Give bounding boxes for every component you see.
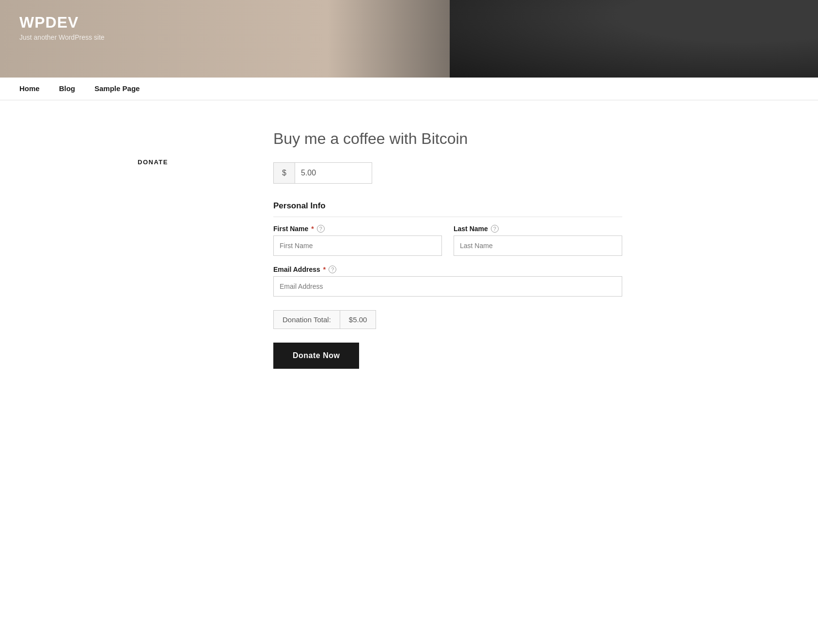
last-name-group: Last Name ? — [454, 225, 622, 256]
email-group: Email Address * ? — [273, 266, 622, 297]
last-name-input[interactable] — [454, 236, 622, 256]
nav-link-sample-page[interactable]: Sample Page — [94, 84, 140, 93]
first-name-help-icon[interactable]: ? — [317, 225, 325, 233]
amount-input[interactable] — [295, 162, 372, 184]
email-required: * — [323, 266, 326, 273]
donation-title: Buy me a coffee with Bitcoin — [273, 129, 622, 148]
site-title: WPDEV — [19, 14, 105, 31]
nav-link-blog[interactable]: Blog — [59, 84, 75, 93]
name-row: First Name * ? Last Name ? — [273, 225, 622, 256]
sidebar-donate-heading: DONATE — [138, 158, 235, 166]
nav-item-blog[interactable]: Blog — [59, 84, 75, 93]
site-navigation: Home Blog Sample Page — [0, 78, 818, 100]
currency-symbol: $ — [273, 162, 295, 184]
donation-total-label: Donation Total: — [273, 310, 340, 329]
site-description: Just another WordPress site — [19, 33, 105, 41]
first-name-label: First Name * ? — [273, 225, 442, 233]
first-name-input[interactable] — [273, 236, 442, 256]
donate-now-button[interactable]: Donate Now — [273, 343, 359, 369]
last-name-label: Last Name ? — [454, 225, 622, 233]
first-name-required: * — [311, 225, 314, 233]
email-label: Email Address * ? — [273, 266, 622, 273]
personal-info-heading: Personal Info — [273, 201, 622, 217]
sidebar: DONATE — [138, 129, 235, 369]
nav-item-home[interactable]: Home — [19, 84, 40, 93]
site-header: WPDEV Just another WordPress site — [0, 0, 818, 78]
donation-total-row: Donation Total: $5.00 — [273, 310, 622, 329]
donation-total-value: $5.00 — [340, 310, 377, 329]
email-help-icon[interactable]: ? — [329, 266, 336, 273]
amount-row: $ — [273, 162, 622, 184]
site-branding: WPDEV Just another WordPress site — [19, 14, 105, 41]
email-input[interactable] — [273, 276, 622, 297]
first-name-group: First Name * ? — [273, 225, 442, 256]
donation-section: Buy me a coffee with Bitcoin $ Personal … — [273, 129, 622, 369]
nav-item-sample-page[interactable]: Sample Page — [94, 84, 140, 93]
nav-link-home[interactable]: Home — [19, 84, 40, 93]
last-name-help-icon[interactable]: ? — [491, 225, 499, 233]
main-content: DONATE Buy me a coffee with Bitcoin $ Pe… — [118, 100, 700, 408]
